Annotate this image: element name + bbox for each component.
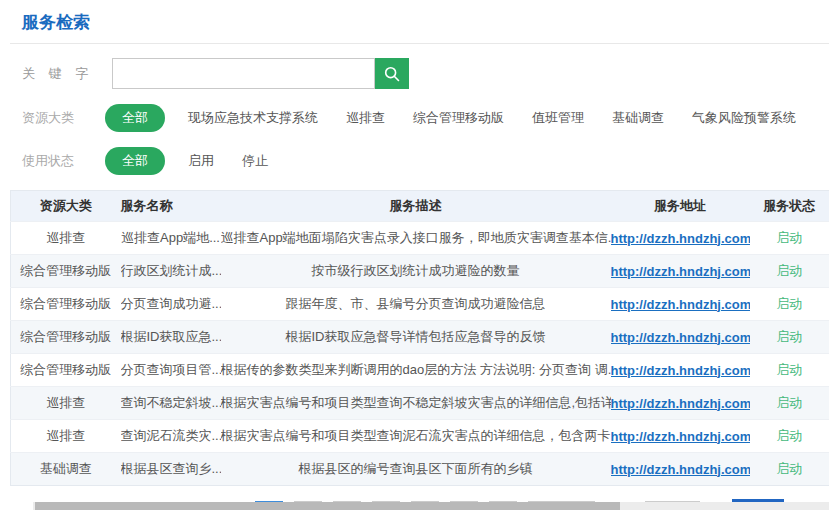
resource-category-label: 资源大类 (22, 109, 105, 127)
cell-service-name: 查询不稳定斜坡... (121, 387, 221, 420)
filter-status-stopped[interactable]: 停止 (242, 152, 268, 170)
scrollbar-thumb[interactable] (35, 502, 620, 510)
header-category: 资源大类 (11, 191, 121, 222)
status-badge: 启动 (776, 428, 802, 443)
table-row: 综合管理移动版 分页查询项目管... 根据传的参数类型来判断调用的dao层的方法… (11, 354, 829, 387)
filter-resource-all[interactable]: 全部 (105, 104, 165, 132)
service-url-link[interactable]: http://dzzh.hndzhj.com... (611, 363, 750, 378)
cell-service-name: 分页查询成功避... (121, 288, 221, 321)
service-url-link[interactable]: http://dzzh.hndzhj.com... (611, 396, 750, 411)
header-service-status: 服务状态 (750, 191, 829, 222)
services-table: 资源大类 服务名称 服务描述 服务地址 服务状态 巡排查 巡排查App端地...… (10, 190, 829, 486)
header-service-description: 服务描述 (221, 191, 611, 222)
cell-service-description: 根据灾害点编号和项目类型查询泥石流灾害点的详细信息，包含两卡... (221, 420, 611, 453)
cell-category: 巡排查 (11, 222, 121, 255)
cell-category: 巡排查 (11, 420, 121, 453)
table-row: 综合管理移动版 根据ID获取应急... 根据ID获取应急督导详情包括应急督导的反… (11, 321, 829, 354)
cell-service-name: 行政区划统计成... (121, 255, 221, 288)
search-icon (383, 65, 401, 83)
status-badge: 启动 (776, 263, 802, 278)
table-row: 巡排查 查询不稳定斜坡... 根据灾害点编号和项目类型查询不稳定斜坡灾害点的详细… (11, 387, 829, 420)
page-header: 服务检索 (0, 0, 829, 34)
service-url-link[interactable]: http://dzzh.hndzhj.com... (611, 297, 750, 312)
search-button[interactable] (375, 58, 409, 89)
status-badge: 启动 (776, 329, 802, 344)
cell-category: 基础调查 (11, 453, 121, 486)
filter-resource-duty-mgmt[interactable]: 值班管理 (532, 109, 584, 127)
table-row: 巡排查 巡排查App端地... 巡排查App端地面塌陷灾害点录入接口服务，即地质… (11, 222, 829, 255)
cell-service-name: 根据ID获取应急... (121, 321, 221, 354)
status-badge: 启动 (776, 230, 802, 245)
usage-status-filter-row: 使用状态 全部 启用 停止 (22, 147, 829, 175)
keyword-search-row: 关 键 字 (22, 58, 829, 89)
header-service-url: 服务地址 (611, 191, 750, 222)
cell-category: 巡排查 (11, 387, 121, 420)
filter-resource-basic-survey[interactable]: 基础调查 (612, 109, 664, 127)
filter-status-enabled[interactable]: 启用 (188, 152, 214, 170)
table-row: 综合管理移动版 分页查询成功避... 跟据年度、市、县编号分页查询成功避险信息 … (11, 288, 829, 321)
cell-service-description: 根据ID获取应急督导详情包括应急督导的反馈 (221, 321, 611, 354)
service-url-link[interactable]: http://dzzh.hndzhj.com... (611, 264, 750, 279)
service-url-link[interactable]: http://dzzh.hndzhj.com... (611, 429, 750, 444)
service-url-link[interactable]: http://dzzh.hndzhj.com... (611, 330, 750, 345)
horizontal-scrollbar (0, 502, 829, 510)
filter-resource-weather-warning[interactable]: 气象风险预警系统 (692, 109, 796, 127)
header-service-name: 服务名称 (121, 191, 221, 222)
service-url-link[interactable]: http://dzzh.hndzhj.com... (611, 462, 750, 477)
status-badge: 启动 (776, 296, 802, 311)
filter-resource-onsite-support[interactable]: 现场应急技术支撑系统 (188, 109, 318, 127)
page-title: 服务检索 (22, 13, 90, 32)
table-row: 基础调查 根据县区查询乡... 根据县区的编号查询县区下面所有的乡镇 http:… (11, 453, 829, 486)
cell-category: 综合管理移动版 (11, 255, 121, 288)
cell-service-description: 巡排查App端地面塌陷灾害点录入接口服务，即地质灾害调查基本信... (221, 222, 611, 255)
cell-service-name: 分页查询项目管... (121, 354, 221, 387)
cell-category: 综合管理移动版 (11, 288, 121, 321)
keyword-label: 关 键 字 (22, 65, 112, 83)
filter-resource-inspection[interactable]: 巡排查 (346, 109, 385, 127)
service-url-link[interactable]: http://dzzh.hndzhj.com... (611, 231, 750, 246)
status-badge: 启动 (776, 395, 802, 410)
filter-status-all[interactable]: 全部 (105, 147, 165, 175)
filter-resource-mobile-mgmt[interactable]: 综合管理移动版 (413, 109, 504, 127)
table-header-row: 资源大类 服务名称 服务描述 服务地址 服务状态 (11, 191, 829, 222)
cell-service-description: 根据灾害点编号和项目类型查询不稳定斜坡灾害点的详细信息,包括详... (221, 387, 611, 420)
status-badge: 启动 (776, 461, 802, 476)
cell-category: 综合管理移动版 (11, 321, 121, 354)
cell-service-description: 根据县区的编号查询县区下面所有的乡镇 (221, 453, 611, 486)
resource-category-filter-row: 资源大类 全部 现场应急技术支撑系统 巡排查 综合管理移动版 值班管理 基础调查… (22, 104, 829, 132)
status-badge: 启动 (776, 362, 802, 377)
header-divider (10, 43, 829, 44)
table-row: 巡排查 查询泥石流类灾... 根据灾害点编号和项目类型查询泥石流灾害点的详细信息… (11, 420, 829, 453)
cell-service-description: 按市级行政区划统计成功避险的数量 (221, 255, 611, 288)
keyword-input[interactable] (112, 58, 375, 89)
cell-service-name: 巡排查App端地... (121, 222, 221, 255)
cell-category: 综合管理移动版 (11, 354, 121, 387)
cell-service-description: 根据传的参数类型来判断调用的dao层的方法 方法说明: 分页查询 调... (221, 354, 611, 387)
table-row: 综合管理移动版 行政区划统计成... 按市级行政区划统计成功避险的数量 http… (11, 255, 829, 288)
service-search-page: 服务检索 关 键 字 资源大类 全部 现场应急技术支撑系统 巡排查 综合管理移动… (0, 0, 829, 510)
cell-service-description: 跟据年度、市、县编号分页查询成功避险信息 (221, 288, 611, 321)
cell-service-name: 查询泥石流类灾... (121, 420, 221, 453)
usage-status-label: 使用状态 (22, 152, 105, 170)
cell-service-name: 根据县区查询乡... (121, 453, 221, 486)
